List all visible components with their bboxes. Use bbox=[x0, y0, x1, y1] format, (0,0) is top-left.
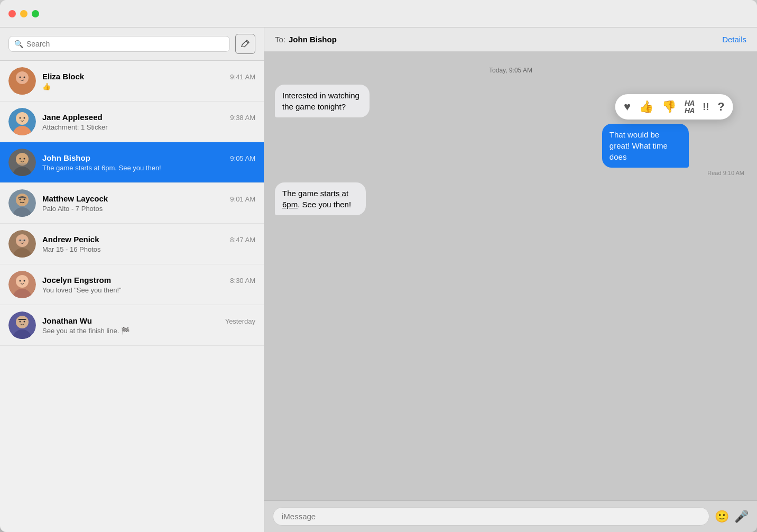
bubble-wrapper: The game starts at 6pm. See you then! bbox=[275, 182, 427, 215]
messages-window: 🔍 Eliza Bloc bbox=[0, 0, 757, 532]
message-bubble-msg2[interactable]: That would be great! What time does bbox=[602, 124, 689, 168]
conversation-preview: 👍 bbox=[42, 82, 255, 90]
conversation-preview: Attachment: 1 Sticker bbox=[42, 123, 255, 131]
conversation-top: John Bishop 9:05 AM bbox=[42, 153, 255, 162]
svg-point-17 bbox=[16, 194, 29, 206]
avatar-eliza-block bbox=[8, 67, 36, 95]
svg-point-30 bbox=[16, 275, 29, 288]
conversation-preview: Palo Alto - 7 Photos bbox=[42, 205, 255, 213]
chat-recipient: To: John Bishop bbox=[275, 35, 337, 44]
svg-point-38 bbox=[24, 321, 25, 323]
search-bar[interactable]: 🔍 bbox=[8, 36, 230, 52]
conversation-name: Matthew Laycock bbox=[42, 194, 108, 203]
conversation-info-jocelyn-engstrom: Jocelyn Engstrom 8:30 AM You loved "See … bbox=[42, 276, 255, 294]
svg-point-3 bbox=[20, 77, 21, 78]
message-row-msg3: The game starts at 6pm. See you then! bbox=[275, 182, 746, 215]
svg-rect-15 bbox=[18, 163, 26, 165]
details-link[interactable]: Details bbox=[722, 35, 746, 44]
conversation-preview: Mar 15 - 16 Photos bbox=[42, 245, 255, 253]
main-content: 🔍 Eliza Bloc bbox=[0, 27, 757, 532]
conversation-preview: The game starts at 6pm. See you then! bbox=[42, 164, 255, 172]
conversation-item-eliza-block[interactable]: Eliza Block 9:41 AM 👍 bbox=[0, 61, 264, 102]
svg-point-9 bbox=[24, 117, 25, 119]
svg-point-4 bbox=[24, 77, 25, 78]
chat-area: To: John Bishop Details Today, 9:05 AMIn… bbox=[264, 27, 757, 532]
maximize-button[interactable] bbox=[32, 10, 39, 17]
avatar-matthew-laycock bbox=[8, 189, 36, 217]
conversation-name: Jocelyn Engstrom bbox=[42, 276, 111, 285]
search-input[interactable] bbox=[26, 40, 224, 48]
svg-point-13 bbox=[20, 158, 21, 160]
conversation-name: Jane Appleseed bbox=[42, 113, 103, 122]
conversation-info-john-bishop: John Bishop 9:05 AM The game starts at 6… bbox=[42, 153, 255, 172]
conversation-item-jocelyn-engstrom[interactable]: Jocelyn Engstrom 8:30 AM You loved "See … bbox=[0, 264, 264, 305]
conversation-top: Eliza Block 9:41 AM bbox=[42, 72, 255, 81]
conversation-name: Jonathan Wu bbox=[42, 316, 92, 325]
conversation-top: Jonathan Wu Yesterday bbox=[42, 316, 255, 325]
conversation-info-eliza-block: Eliza Block 9:41 AM 👍 bbox=[42, 72, 255, 90]
chat-messages: Today, 9:05 AMInterested in watching the… bbox=[264, 52, 757, 500]
message-row-msg2: ♥👍👎HAHA!!?That would be great! What time… bbox=[275, 124, 746, 176]
conversation-top: Jane Appleseed 9:38 AM bbox=[42, 113, 255, 122]
chat-input-area: 🙂 🎤 bbox=[264, 500, 757, 532]
svg-point-37 bbox=[20, 321, 21, 323]
compose-button[interactable] bbox=[235, 34, 255, 54]
microphone-icon[interactable]: 🎤 bbox=[734, 510, 749, 524]
tapback-exclaim[interactable]: !! bbox=[703, 102, 709, 113]
close-button[interactable] bbox=[8, 10, 16, 17]
minimize-button[interactable] bbox=[20, 10, 27, 17]
emoji-icon[interactable]: 🙂 bbox=[715, 510, 729, 524]
window-controls bbox=[8, 10, 39, 17]
tapback-heart[interactable]: ♥ bbox=[624, 100, 631, 114]
avatar-jane-appleseed bbox=[8, 108, 36, 135]
tapback-thumbs-down[interactable]: 👎 bbox=[662, 100, 676, 114]
conversation-item-john-bishop[interactable]: John Bishop 9:05 AM The game starts at 6… bbox=[0, 142, 264, 183]
title-bar bbox=[0, 0, 757, 27]
conversation-info-jonathan-wu: Jonathan Wu Yesterday See you at the fin… bbox=[42, 316, 255, 335]
tapback-haha[interactable]: HAHA bbox=[685, 99, 694, 114]
bubble-wrapper: ♥👍👎HAHA!!?That would be great! What time… bbox=[602, 124, 746, 168]
conversation-top: Matthew Laycock 9:01 AM bbox=[42, 194, 255, 203]
svg-point-19 bbox=[20, 199, 21, 200]
conversation-list: Eliza Block 9:41 AM 👍 Jane Appleseed 9:3… bbox=[0, 61, 264, 532]
conversation-preview: See you at the finish line. 🏁 bbox=[42, 327, 255, 335]
conversation-info-jane-appleseed: Jane Appleseed 9:38 AM Attachment: 1 Sti… bbox=[42, 113, 255, 131]
svg-point-8 bbox=[20, 117, 21, 119]
compose-icon bbox=[241, 39, 250, 49]
sidebar-header: 🔍 bbox=[0, 27, 264, 61]
conversation-name: Eliza Block bbox=[42, 72, 84, 81]
conversation-time: 9:41 AM bbox=[230, 73, 255, 81]
svg-point-14 bbox=[24, 158, 25, 160]
search-icon: 🔍 bbox=[14, 40, 23, 48]
chat-header: To: John Bishop Details bbox=[264, 27, 757, 52]
conversation-top: Jocelyn Engstrom 8:30 AM bbox=[42, 276, 255, 285]
conversation-info-matthew-laycock: Matthew Laycock 9:01 AM Palo Alto - 7 Ph… bbox=[42, 194, 255, 213]
conversation-item-jonathan-wu[interactable]: Jonathan Wu Yesterday See you at the fin… bbox=[0, 305, 264, 346]
conversation-preview: You loved "See you then!" bbox=[42, 286, 255, 294]
avatar-jocelyn-engstrom bbox=[8, 271, 36, 298]
tapback-question[interactable]: ? bbox=[717, 100, 724, 114]
svg-point-33 bbox=[24, 280, 25, 282]
avatar-john-bishop bbox=[8, 149, 36, 176]
conversation-time: 9:05 AM bbox=[230, 154, 255, 162]
tapback-popup: ♥👍👎HAHA!!? bbox=[615, 94, 733, 120]
message-input[interactable] bbox=[273, 507, 709, 526]
conversation-time: 8:47 AM bbox=[230, 236, 255, 244]
conversation-item-andrew-penick[interactable]: Andrew Penick 8:47 AM Mar 15 - 16 Photos bbox=[0, 224, 264, 264]
conversation-name: Andrew Penick bbox=[42, 235, 99, 244]
message-bubble-msg3[interactable]: The game starts at 6pm. See you then! bbox=[275, 182, 366, 215]
svg-point-6 bbox=[16, 112, 29, 125]
conversation-item-jane-appleseed[interactable]: Jane Appleseed 9:38 AM Attachment: 1 Sti… bbox=[0, 102, 264, 142]
message-status-msg2: Read 9:10 AM bbox=[707, 170, 744, 176]
svg-point-35 bbox=[16, 316, 29, 328]
to-label: To: bbox=[275, 35, 285, 44]
tapback-thumbs-up[interactable]: 👍 bbox=[639, 100, 653, 114]
date-divider: Today, 9:05 AM bbox=[275, 67, 746, 74]
sidebar: 🔍 Eliza Bloc bbox=[0, 27, 264, 532]
conversation-time: 9:01 AM bbox=[230, 195, 255, 203]
message-bubble-msg1[interactable]: Interested in watching the game tonight? bbox=[275, 85, 370, 117]
conversation-item-matthew-laycock[interactable]: Matthew Laycock 9:01 AM Palo Alto - 7 Ph… bbox=[0, 183, 264, 224]
bubble-wrapper: Interested in watching the game tonight? bbox=[275, 85, 432, 117]
svg-point-1 bbox=[16, 71, 29, 84]
svg-point-32 bbox=[20, 280, 21, 282]
